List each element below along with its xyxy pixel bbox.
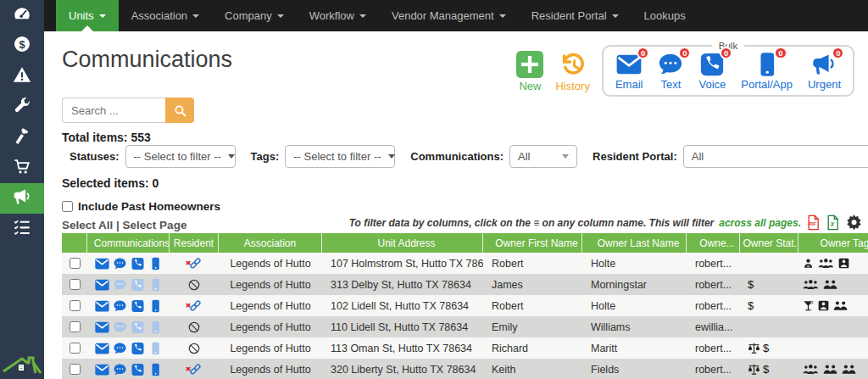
unit-address-cell: 320 Liberty St, Hutto TX 78634 [322, 364, 483, 376]
column-header-owner-last-name[interactable]: Owner Last Name [582, 233, 687, 253]
row-checkbox[interactable] [70, 258, 81, 269]
owner-last-name-cell: Holte [582, 258, 687, 270]
bulk-urgent-button[interactable]: 0Urgent [808, 52, 841, 91]
mobile-icon[interactable] [148, 278, 163, 292]
communications-filter[interactable]: All [509, 145, 577, 168]
include-past-checkbox[interactable] [62, 201, 73, 212]
voice-icon[interactable] [131, 363, 145, 376]
pdf-icon[interactable]: PDF [806, 215, 821, 231]
owner-status-cell: $ [740, 342, 798, 354]
sidebar-item-cart[interactable] [0, 153, 44, 183]
history-button[interactable]: History [555, 51, 589, 97]
nav-item-lookups[interactable]: Lookups [632, 0, 698, 31]
mobile-icon[interactable] [148, 299, 163, 313]
resident-linked-icon[interactable]: ✖ [186, 362, 203, 376]
nav-item-association[interactable]: Association [119, 0, 212, 31]
voice-icon[interactable] [131, 257, 145, 270]
mobile-icon[interactable] [148, 257, 163, 270]
select-all-link[interactable]: Select All [62, 219, 113, 231]
resident-portal-filter[interactable]: All [683, 145, 868, 168]
bulk-voice-button[interactable]: 0Voice [698, 52, 726, 91]
column-header-unit-address[interactable]: Unit Address [322, 233, 483, 253]
mobile-icon: 0 [754, 52, 780, 77]
voice-icon[interactable] [131, 278, 145, 292]
email-icon: 0 [616, 52, 642, 77]
sidebar-item-wrench[interactable] [0, 92, 44, 122]
new-button[interactable]: New [516, 51, 543, 97]
nav-item-units[interactable]: Units [56, 0, 119, 31]
email-icon[interactable] [95, 342, 109, 355]
column-header-communications[interactable]: Communications [87, 233, 170, 253]
include-past-label: Include Past Homeowners [78, 200, 220, 213]
nav-item-vendor-management[interactable]: Vendor Management [379, 0, 519, 31]
sidebar-item-dollar[interactable]: $ [0, 31, 44, 61]
table-row: ✖Legends of Hutto102 Lidell St, Hutto TX… [62, 295, 868, 316]
statuses-label: Statuses: [70, 150, 120, 163]
row-checkbox[interactable] [70, 343, 81, 354]
email-icon[interactable] [95, 257, 109, 270]
nav-item-workflow[interactable]: Workflow [297, 0, 379, 31]
column-header-association[interactable]: Association [219, 233, 322, 253]
table-row: Legends of Hutto313 Delby St, Hutto TX 7… [62, 274, 868, 295]
cocktail-icon [803, 300, 814, 311]
excel-icon[interactable]: X [826, 215, 840, 231]
chevron-down-icon [499, 14, 506, 18]
total-items: Total items: 553 [62, 131, 151, 144]
tags-label: Tags: [251, 150, 280, 163]
bulk-portal-app-button[interactable]: 0Portal/App [741, 52, 793, 91]
mobile-icon[interactable] [148, 342, 163, 355]
chat-icon[interactable] [113, 278, 127, 292]
pair-icon [823, 364, 837, 375]
column-header-owner-stat[interactable]: Owner Stat... [740, 233, 798, 253]
column-header-owner-first-name[interactable]: Owner First Name [483, 233, 582, 253]
chat-icon[interactable] [113, 320, 127, 334]
search-input[interactable] [62, 98, 165, 123]
resident-blocked-icon [187, 342, 201, 355]
bulk-email-button[interactable]: 0Email [615, 52, 643, 91]
select-page-link[interactable]: Select Page [123, 219, 187, 231]
sidebar-item-checklist[interactable] [0, 214, 44, 244]
sidebar-item-hammer[interactable] [0, 122, 44, 153]
count-badge: 0 [720, 47, 732, 59]
row-checkbox[interactable] [70, 321, 81, 332]
bulk-text-button[interactable]: 0Text [658, 52, 683, 91]
tags-filter[interactable]: -- Select to filter -- [285, 145, 395, 168]
email-icon[interactable] [95, 278, 109, 292]
resident-linked-icon[interactable]: ✖ [186, 256, 203, 270]
resident-cell [170, 278, 219, 292]
resident-linked-icon[interactable]: ✖ [186, 298, 203, 313]
search-button[interactable] [165, 98, 194, 123]
row-checkbox[interactable] [70, 279, 81, 290]
email-icon[interactable] [95, 320, 109, 334]
statuses-filter[interactable]: -- Select to filter -- [125, 145, 236, 168]
email-icon[interactable] [95, 299, 109, 313]
voice-icon[interactable] [131, 320, 145, 334]
mobile-icon[interactable] [148, 363, 163, 376]
email-icon[interactable] [95, 363, 109, 376]
chat-icon[interactable] [113, 299, 127, 313]
nav-item-company[interactable]: Company [212, 0, 297, 31]
chat-icon[interactable] [113, 257, 127, 270]
resident-blocked-icon [187, 320, 201, 334]
nav-item-resident-portal[interactable]: Resident Portal [519, 0, 632, 31]
row-checkbox[interactable] [70, 300, 81, 311]
unit-address-cell: 102 Lidell St, Hutto TX 78634 [322, 300, 483, 312]
voice-icon[interactable] [131, 342, 145, 355]
chat-icon[interactable] [113, 342, 127, 355]
chat-icon[interactable] [113, 363, 127, 376]
gear-icon[interactable] [845, 214, 863, 231]
alert-mini-icon: ✖ [186, 259, 192, 267]
sidebar-item-bullhorn[interactable] [0, 183, 44, 214]
column-header-resident[interactable]: Resident [170, 233, 219, 253]
owner-last-name-cell: Maritt [582, 343, 687, 354]
sidebar-item-dashboard[interactable] [0, 0, 44, 31]
voice-icon[interactable] [131, 299, 145, 313]
unit-address-cell: 107 Holmstrom St, Hutto TX 78634 [322, 258, 483, 270]
svg-text:M: M [843, 259, 844, 261]
svg-text:X: X [830, 221, 835, 227]
sidebar-item-warning[interactable] [0, 61, 44, 92]
row-checkbox[interactable] [70, 364, 81, 375]
mobile-icon[interactable] [148, 320, 163, 334]
column-header-owner-tags[interactable]: Owner Tags [798, 233, 868, 253]
column-header-owne[interactable]: Owne... [687, 233, 740, 253]
